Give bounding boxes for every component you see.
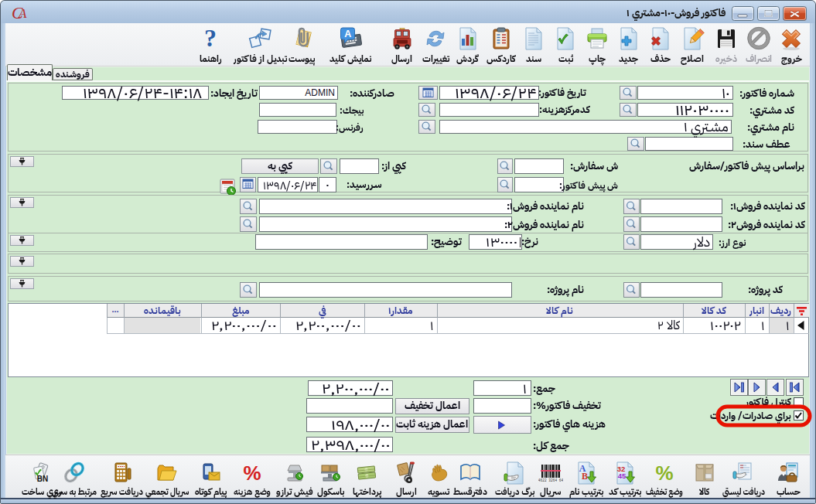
svg-text:?: ? (204, 26, 217, 51)
svg-text:%: % (655, 461, 673, 485)
svg-text:A: A (344, 29, 351, 39)
svg-text:4622 3264 64: 4622 3264 64 (538, 478, 563, 482)
svg-text:45: 45 (618, 472, 627, 480)
svg-text:BN: BN (37, 475, 48, 483)
svg-text:B: B (582, 471, 588, 482)
svg-text:%: % (243, 461, 261, 485)
